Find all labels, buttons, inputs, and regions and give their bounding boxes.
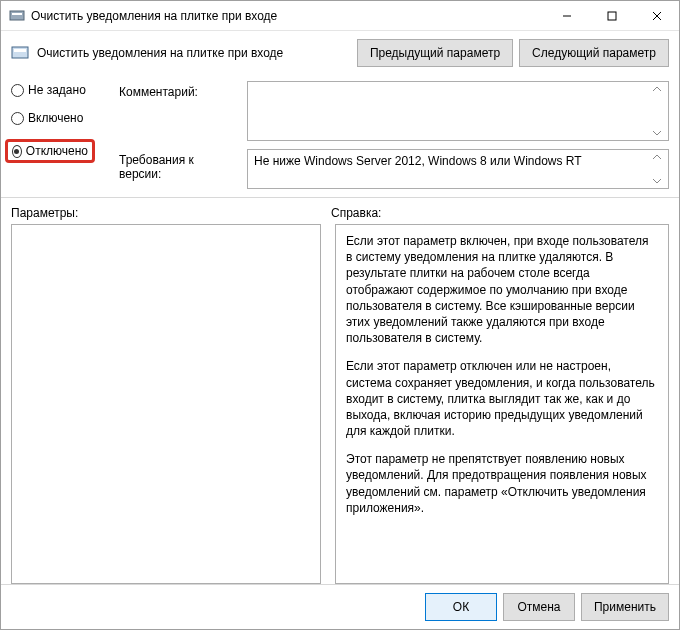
help-label: Справка: xyxy=(331,206,669,220)
svg-rect-0 xyxy=(10,11,24,20)
options-panel xyxy=(11,224,321,584)
chevron-up-icon xyxy=(652,84,662,94)
chevron-down-icon xyxy=(652,128,662,138)
panels: Если этот параметр включен, при входе по… xyxy=(1,224,679,584)
cancel-button[interactable]: Отмена xyxy=(503,593,575,621)
apply-button[interactable]: Применить xyxy=(581,593,669,621)
window-frame: Очистить уведомления на плитке при входе… xyxy=(0,0,680,630)
chevron-down-icon xyxy=(652,176,662,186)
help-panel: Если этот параметр включен, при входе по… xyxy=(335,224,669,584)
requirements-field[interactable]: Не ниже Windows Server 2012, Windows 8 и… xyxy=(247,149,669,189)
radio-label: Не задано xyxy=(28,83,86,97)
comment-label: Комментарий: xyxy=(119,81,239,99)
config-area: Не задано Включено Отключено Комментарий… xyxy=(1,75,679,198)
next-setting-button[interactable]: Следующий параметр xyxy=(519,39,669,67)
toolbar: Очистить уведомления на плитке при входе… xyxy=(1,31,679,75)
svg-rect-6 xyxy=(12,47,28,58)
options-label: Параметры: xyxy=(11,206,331,220)
window-buttons xyxy=(544,1,679,30)
state-radios: Не задано Включено Отключено xyxy=(11,79,107,189)
help-paragraph: Этот параметр не препятствует появлению … xyxy=(346,451,658,516)
ok-button[interactable]: ОК xyxy=(425,593,497,621)
policy-icon xyxy=(11,44,29,62)
chevron-up-icon xyxy=(652,152,662,162)
radio-not-configured[interactable]: Не задано xyxy=(11,83,107,97)
scrollbar[interactable] xyxy=(652,152,666,186)
policy-title: Очистить уведомления на плитке при входе xyxy=(37,46,349,60)
highlight-annotation: Отключено xyxy=(5,139,95,163)
help-paragraph: Если этот параметр включен, при входе по… xyxy=(346,233,658,346)
radio-icon xyxy=(11,84,24,97)
help-paragraph: Если этот параметр отключен или не настр… xyxy=(346,358,658,439)
requirements-value: Не ниже Windows Server 2012, Windows 8 и… xyxy=(254,154,582,168)
radio-disabled[interactable]: Отключено xyxy=(12,144,88,158)
maximize-button[interactable] xyxy=(589,1,634,30)
radio-enabled[interactable]: Включено xyxy=(11,111,107,125)
close-button[interactable] xyxy=(634,1,679,30)
previous-setting-button[interactable]: Предыдущий параметр xyxy=(357,39,513,67)
titlebar: Очистить уведомления на плитке при входе xyxy=(1,1,679,31)
minimize-button[interactable] xyxy=(544,1,589,30)
app-icon xyxy=(9,8,25,24)
radio-label: Отключено xyxy=(26,144,88,158)
radio-icon xyxy=(12,145,22,158)
requirements-label: Требования к версии: xyxy=(119,149,239,181)
radio-icon xyxy=(11,112,24,125)
scrollbar[interactable] xyxy=(652,84,666,138)
svg-rect-1 xyxy=(12,13,22,15)
radio-label: Включено xyxy=(28,111,83,125)
panel-labels: Параметры: Справка: xyxy=(1,198,679,224)
svg-rect-3 xyxy=(608,12,616,20)
svg-rect-7 xyxy=(14,49,26,52)
footer: ОК Отмена Применить xyxy=(1,584,679,629)
comment-field[interactable] xyxy=(247,81,669,141)
window-title: Очистить уведомления на плитке при входе xyxy=(31,9,544,23)
